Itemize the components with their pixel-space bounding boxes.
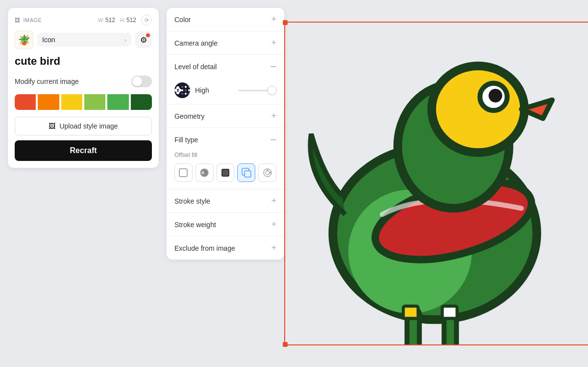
color-swatch-5[interactable] — [131, 94, 152, 110]
fill-black-option[interactable] — [217, 163, 235, 182]
exclude-label: Exclude from image — [174, 244, 235, 252]
fill-multi-option[interactable] — [258, 163, 276, 182]
chevron-right-icon: › — [124, 36, 126, 44]
panel-header: 🖼 IMAGE W:512 H:512 ⟳ — [15, 15, 152, 26]
bird-illustration — [285, 23, 588, 344]
color-swatches — [15, 94, 152, 110]
stroke-style-row[interactable]: Stroke style + — [167, 189, 284, 212]
modify-label: Modify current image — [15, 78, 79, 85]
fill-dark-icon — [199, 167, 210, 178]
detail-slider[interactable] — [238, 90, 276, 91]
height-label: H: — [120, 17, 125, 23]
stroke-weight-row[interactable]: Stroke weight + — [167, 213, 284, 236]
fill-black-icon — [220, 167, 231, 178]
svg-rect-23 — [442, 306, 457, 318]
stroke-style-label: Stroke style — [174, 197, 210, 205]
icon-preview: 🪴 — [15, 30, 33, 49]
camera-add-icon: + — [271, 38, 276, 48]
slider-knob — [268, 86, 276, 95]
color-swatch-1[interactable] — [38, 94, 59, 110]
geometry-add-icon: + — [271, 111, 276, 121]
stroke-style-add-icon: + — [271, 196, 276, 206]
camera-angle-label: Camera angle — [174, 39, 218, 47]
detail-level-icon — [174, 82, 190, 98]
svg-rect-6 — [245, 171, 251, 177]
handle-bottom-left — [283, 342, 288, 347]
svg-rect-4 — [222, 170, 228, 176]
settings-button[interactable]: ⚙ — [135, 31, 152, 48]
icon-selector[interactable]: Icon › — [37, 33, 131, 47]
fill-dark-option[interactable] — [196, 163, 214, 182]
color-swatch-3[interactable] — [84, 94, 105, 110]
exclude-row[interactable]: Exclude from image + — [167, 236, 284, 260]
recraft-button[interactable]: Recraft — [15, 140, 152, 161]
icon-row: 🪴 Icon › ⚙ — [15, 30, 152, 49]
svg-point-8 — [266, 171, 270, 175]
color-swatch-4[interactable] — [107, 94, 128, 110]
exclude-add-icon: + — [271, 243, 276, 253]
image-icon: 🖼 — [15, 17, 21, 23]
camera-angle-section: Camera angle + — [167, 31, 284, 55]
panel-dimensions: W:512 H:512 ⟳ — [98, 15, 152, 26]
dots-grid — [181, 86, 190, 95]
fill-multi-icon — [262, 167, 273, 178]
width-label: W: — [98, 17, 104, 23]
fill-type-collapse-icon: − — [270, 134, 276, 145]
level-detail-label: Level of detail — [174, 63, 217, 71]
stroke-style-section: Stroke style + — [167, 189, 284, 213]
fill-type-label: Fill type — [174, 136, 198, 144]
level-detail-header[interactable]: Level of detail − — [167, 55, 284, 79]
fill-outline-icon — [178, 167, 189, 178]
handle-top-left — [283, 20, 288, 25]
middle-panel: Color + Camera angle + Level of detail −… — [167, 8, 284, 260]
fill-light-option[interactable] — [237, 163, 255, 182]
svg-rect-22 — [403, 306, 418, 318]
upload-icon: 🖼 — [49, 122, 55, 130]
stroke-weight-label: Stroke weight — [174, 221, 216, 229]
color-add-icon: + — [271, 14, 276, 25]
detail-value: High — [195, 86, 233, 94]
offset-fill-label: Offset fill — [167, 152, 284, 163]
left-panel: 🖼 IMAGE W:512 H:512 ⟳ 🪴 Icon › ⚙ cute bi… — [8, 8, 159, 168]
fill-type-header: Fill type − — [167, 128, 284, 152]
selection-box[interactable] — [284, 22, 588, 345]
geometry-section: Geometry + — [167, 105, 284, 128]
level-of-detail-section: Level of detail − High — [167, 55, 284, 105]
level-detail-collapse-icon: − — [270, 61, 276, 72]
modify-row: Modify current image — [15, 76, 152, 87]
upload-style-button[interactable]: 🖼 Upload style image — [15, 117, 152, 135]
notification-dot — [146, 33, 150, 37]
height-value: 512 — [126, 17, 136, 24]
exclude-section: Exclude from image + — [167, 236, 284, 260]
toggle-knob — [132, 77, 142, 86]
recraft-label: Recraft — [70, 146, 97, 155]
svg-point-15 — [432, 66, 524, 153]
width-value: 512 — [105, 17, 115, 24]
svg-point-17 — [489, 89, 502, 103]
icon-label: Icon — [42, 36, 55, 44]
fill-options — [167, 163, 284, 189]
history-icon[interactable]: ⟳ — [141, 15, 152, 26]
svg-rect-0 — [179, 169, 187, 177]
color-section: Color + — [167, 8, 284, 31]
svg-point-9 — [267, 169, 269, 171]
fill-outline-option[interactable] — [174, 163, 193, 182]
upload-label: Upload style image — [59, 122, 118, 130]
geometry-label: Geometry — [174, 112, 204, 120]
fill-type-section: Fill type − Offset fill — [167, 128, 284, 189]
canvas-area — [284, 0, 588, 367]
svg-point-2 — [201, 171, 204, 174]
color-label: Color — [174, 16, 191, 24]
color-swatch-0[interactable] — [15, 94, 36, 110]
stroke-weight-add-icon: + — [271, 219, 276, 230]
color-row[interactable]: Color + — [167, 8, 284, 31]
geometry-row[interactable]: Geometry + — [167, 105, 284, 128]
fill-light-icon — [241, 167, 252, 178]
panel-type-label: 🖼 IMAGE — [15, 17, 42, 23]
camera-angle-row[interactable]: Camera angle + — [167, 31, 284, 54]
icon-emoji: 🪴 — [18, 34, 30, 46]
level-detail-high-row: High — [167, 79, 284, 104]
stroke-weight-section: Stroke weight + — [167, 213, 284, 236]
color-swatch-2[interactable] — [61, 94, 82, 110]
modify-toggle[interactable] — [131, 76, 152, 87]
